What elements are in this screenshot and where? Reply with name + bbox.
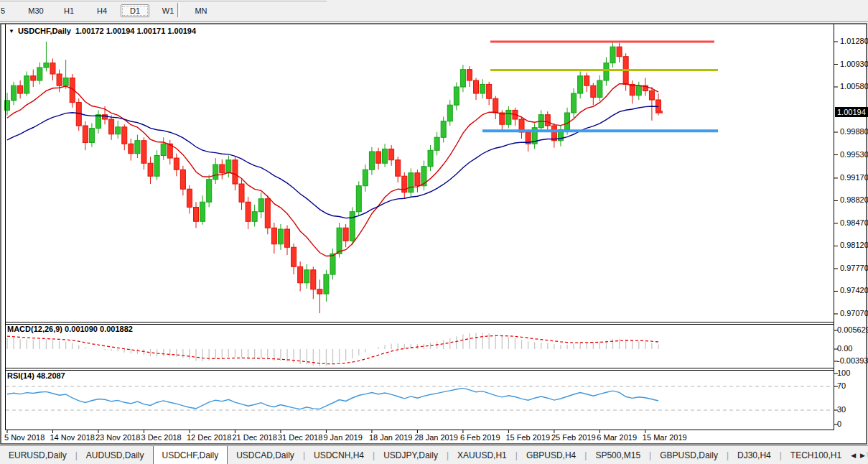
date-axis-label: 23 Nov 2018 [95, 433, 140, 442]
chart-tab-eurusd-daily[interactable]: EURUSD,Daily [0, 446, 75, 464]
symbol-dropdown-icon[interactable]: ▼ [9, 28, 14, 34]
mt4-window: 5M30H1H4D1W1MN ▼USDCHF,Daily1.00172 1.00… [0, 0, 868, 464]
price-axis-label: 1.00930 [840, 60, 868, 68]
rsi-pane-label: RSI(14) 48.2087 [7, 371, 65, 380]
date-axis-label: 9 Jan 2019 [323, 433, 362, 442]
price-axis-label: 0.97770 [840, 264, 868, 272]
date-axis-label: 14 Nov 2018 [50, 433, 94, 442]
macd-indicator-name: MACD(12,26,9) [7, 325, 62, 333]
price-axis-label: 0.98820 [840, 195, 868, 204]
chart-tab-usdcnh-h4[interactable]: USDCNH,H4 [305, 446, 373, 464]
tab-scroll-right-icon[interactable]: ▶ [860, 452, 865, 459]
rsi-indicator-value: 48.2087 [37, 371, 65, 380]
macd-axis-label: 0.005629 [837, 325, 868, 334]
price-axis-label: 0.97070 [840, 309, 868, 317]
date-axis-label: 25 Feb 2019 [551, 433, 596, 442]
macd-axis-label: 0.00 [837, 344, 852, 353]
rsi-axis-label: 100 [837, 368, 850, 377]
chart-tab-xauusd-h1[interactable]: XAUUSD,H1 [449, 446, 515, 464]
price-axis-label: 0.98470 [840, 218, 868, 227]
chart-tab-usdchf-daily[interactable]: USDCHF,Daily [153, 445, 228, 464]
chart-tab-bar: EURUSD,Daily|AUDUSD,DailyUSDCHF,DailyUSD… [0, 445, 868, 464]
rsi-indicator-name: RSI(14) [7, 371, 34, 380]
chart-title-symbol: USDCHF,Daily [18, 27, 71, 35]
current-price-box: 1.00194 [835, 107, 868, 117]
date-axis-label: 3 Dec 2018 [141, 433, 181, 442]
date-axis-label: 28 Jan 2019 [414, 433, 458, 442]
price-axis-label: 0.99530 [840, 150, 868, 159]
price-axis-label: 0.97420 [840, 286, 868, 294]
tab-scroll-left-icon[interactable]: ◀ [851, 452, 856, 459]
date-axis-label: 21 Dec 2018 [232, 433, 276, 442]
rsi-axis-label: 70 [837, 381, 846, 390]
chart-tab-usdjpy-daily[interactable]: USDJPY,Daily [375, 446, 447, 464]
date-axis-label: 12 Dec 2018 [187, 433, 231, 442]
chart-tab-usdcad-daily[interactable]: USDCAD,Daily [228, 446, 303, 464]
date-axis-label: 15 Mar 2019 [643, 433, 687, 442]
chart-tab-gbpusd-h4[interactable]: GBPUSD,H4 [518, 446, 584, 464]
price-axis-label: 0.98120 [840, 241, 868, 249]
price-axis-label: 0.99170 [840, 173, 868, 182]
rsi-axis-label: 0 [837, 419, 841, 428]
date-axis-label: 18 Jan 2019 [369, 433, 413, 442]
chart-tab-tech100-h1[interactable]: TECH100,H1 [782, 446, 850, 464]
chart-tab-sp500-m15[interactable]: SP500,M15 [587, 446, 649, 464]
chart-tab-gbpusd-daily[interactable]: GBPUSD,Daily [651, 446, 727, 464]
date-axis-label: 5 Nov 2018 [4, 433, 45, 442]
price-axis-label: 0.99880 [840, 127, 868, 136]
macd-indicator-values: 0.001090 0.001882 [65, 325, 133, 333]
chart-tab-audusd-daily[interactable]: AUDUSD,Daily [78, 446, 153, 464]
price-axis-label: 1.01280 [840, 37, 868, 45]
date-axis-label: 15 Feb 2019 [505, 433, 550, 442]
chart-title: ▼USDCHF,Daily1.00172 1.00194 1.00171 1.0… [9, 27, 196, 35]
macd-axis-label: -0.003933 [837, 356, 868, 365]
chart-canvas[interactable] [0, 0, 868, 464]
date-axis-label: 31 Dec 2018 [278, 433, 322, 442]
rsi-axis-label: 30 [837, 405, 846, 414]
date-axis-label: 6 Feb 2019 [460, 433, 500, 442]
date-axis-label: 6 Mar 2019 [597, 433, 637, 442]
chart-tab-dj30-h4[interactable]: DJ30,H4 [729, 446, 780, 464]
macd-pane-label: MACD(12,26,9) 0.001090 0.001882 [7, 325, 133, 333]
chart-title-quote: 1.00172 1.00194 1.00171 1.00194 [75, 27, 196, 35]
price-axis-label: 1.00580 [840, 82, 868, 91]
